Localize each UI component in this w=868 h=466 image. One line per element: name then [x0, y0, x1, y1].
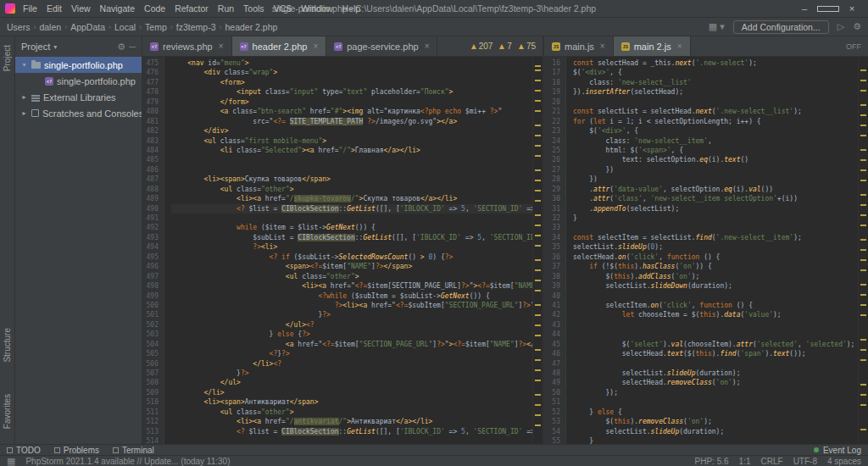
highlighting-off-badge[interactable]: OFF — [846, 42, 861, 51]
warning-mark[interactable] — [860, 339, 866, 341]
warning-mark[interactable] — [535, 269, 541, 271]
warning-mark[interactable] — [535, 100, 541, 102]
code-line[interactable]: </li> — [171, 388, 532, 397]
code-line[interactable]: .appendTo(selectList); — [573, 204, 858, 214]
line-number[interactable]: 26 — [548, 155, 560, 164]
line-number[interactable]: 507 — [146, 369, 159, 378]
warning-mark[interactable] — [535, 424, 541, 426]
line-number[interactable]: 49 — [548, 378, 560, 387]
gear-icon[interactable]: ⚙ — [117, 42, 125, 53]
code-line[interactable]: <?}?> — [171, 349, 532, 358]
line-number[interactable]: 500 — [146, 301, 159, 310]
code-line[interactable]: } else {?> — [171, 330, 532, 339]
hide-panel-icon[interactable]: ─ — [129, 42, 136, 52]
menu-window[interactable]: Window — [297, 3, 337, 14]
warning-mark[interactable] — [860, 359, 866, 361]
code-line[interactable] — [573, 97, 858, 107]
code-line[interactable]: selectHead.removeClass('on'); — [573, 378, 858, 387]
line-number[interactable]: 20 — [548, 97, 560, 107]
run-icon[interactable]: ▷ — [837, 21, 844, 32]
code-line[interactable]: <li><a href="/skupka-tovarov/">Скупка то… — [171, 194, 532, 203]
line-number[interactable]: 488 — [146, 185, 159, 194]
close-tab-icon[interactable]: × — [219, 42, 224, 51]
editor-tab-main-2.js[interactable]: JSmain 2.js× — [614, 36, 691, 56]
warning-mark[interactable] — [860, 384, 866, 386]
code-line[interactable]: <?while ($subItem = $subList->GetNext())… — [171, 291, 532, 301]
warning-mark[interactable] — [535, 214, 541, 216]
code-line[interactable]: ?><li><a href="<?=$subItem["SECTION_PAGE… — [171, 301, 532, 310]
code-line[interactable]: src="<?= SITE_TEMPLATE_PATH ?>/images/go… — [171, 117, 532, 126]
warning-mark[interactable] — [860, 125, 866, 126]
tool-window-button-todo[interactable]: TODO — [7, 446, 41, 455]
line-number[interactable]: 496 — [146, 262, 159, 271]
code-line[interactable]: <? $list = CIBlockSection::GetList([], [… — [171, 427, 532, 436]
line-number[interactable]: 37 — [548, 262, 560, 271]
warning-mark[interactable] — [535, 394, 541, 396]
line-number[interactable]: 33 — [548, 223, 560, 232]
code-line[interactable]: <li><a href="<?=$item[SECTION_PAGE_URL]?… — [171, 281, 532, 291]
code-line[interactable] — [171, 165, 532, 175]
line-number[interactable]: 42 — [548, 310, 560, 319]
tree-item[interactable]: ▸Scratches and Consoles — [15, 105, 142, 121]
maximize-icon[interactable] — [817, 3, 839, 14]
warning-mark[interactable] — [535, 325, 541, 326]
line-number[interactable]: 493 — [146, 233, 159, 242]
warning-mark[interactable] — [535, 190, 541, 191]
code-line[interactable]: $subList = CIBlockSection::GetList([], [… — [171, 233, 532, 242]
line-number[interactable]: 497 — [146, 272, 159, 281]
line-number[interactable]: 24 — [548, 136, 560, 146]
tool-window-switcher-icon[interactable]: ▦ — [7, 456, 15, 466]
line-number[interactable]: 489 — [146, 194, 159, 203]
code-line[interactable]: <? if ($subList->SelectedRowsCount() > 0… — [171, 252, 532, 262]
add-configuration-button[interactable]: Add Configuration... — [733, 20, 829, 34]
code-line[interactable] — [573, 291, 858, 301]
code-line[interactable]: } else { — [573, 408, 858, 417]
event-log-button[interactable]: Event Log — [814, 446, 861, 455]
close-tab-icon[interactable]: × — [313, 42, 318, 51]
line-number[interactable]: 504 — [146, 340, 159, 349]
warning-mark[interactable] — [535, 69, 541, 71]
chevron-right-icon[interactable]: ▸ — [20, 109, 28, 117]
line-number[interactable]: 490 — [146, 204, 159, 214]
warning-mark[interactable] — [860, 194, 866, 196]
code-line[interactable]: }?> — [171, 369, 532, 378]
warning-mark[interactable] — [860, 225, 866, 226]
warning-mark[interactable] — [535, 380, 541, 381]
line-number[interactable]: 22 — [548, 117, 560, 126]
warning-mark[interactable] — [860, 259, 866, 261]
warning-mark[interactable] — [860, 294, 866, 296]
line-number[interactable]: 503 — [146, 330, 159, 339]
warning-mark[interactable] — [860, 304, 866, 306]
breadcrumb-item[interactable]: header 2.php — [225, 22, 277, 32]
line-number[interactable]: 512 — [146, 417, 159, 426]
warning-mark[interactable] — [535, 155, 541, 157]
code-line[interactable] — [171, 214, 532, 223]
warning-mark[interactable] — [535, 235, 541, 236]
line-number[interactable]: 506 — [146, 359, 159, 369]
line-number[interactable]: 38 — [548, 272, 560, 281]
line-number[interactable]: 491 — [146, 214, 159, 223]
tool-window-button-terminal[interactable]: Terminal — [113, 446, 154, 455]
code-line[interactable]: $(this).removeClass('on'); — [573, 417, 858, 426]
line-number[interactable]: 514 — [146, 436, 159, 444]
warning-mark[interactable] — [535, 369, 541, 371]
line-number[interactable]: 509 — [146, 388, 159, 397]
warning-mark[interactable] — [535, 404, 541, 406]
line-number[interactable]: 478 — [146, 87, 159, 97]
menu-tools[interactable]: Tools — [239, 3, 269, 14]
code-line[interactable]: } — [573, 436, 858, 444]
code-line[interactable]: <input class="input" type="text" placeho… — [171, 87, 532, 97]
close-tab-icon[interactable]: × — [425, 42, 430, 51]
line-number[interactable]: 46 — [548, 349, 560, 358]
warning-mark[interactable] — [535, 125, 541, 126]
code-line[interactable]: while ($item = $list->GetNext()) { — [171, 223, 532, 232]
code-line[interactable]: }); — [573, 388, 858, 397]
line-number[interactable]: 479 — [146, 97, 159, 107]
code-editor[interactable]: const selectHead = _this.next('.new-sele… — [566, 57, 858, 444]
warning-mark[interactable] — [535, 290, 541, 291]
code-line[interactable]: </li><? — [171, 359, 532, 369]
breadcrumb-item[interactable]: AppData — [70, 22, 105, 32]
line-number[interactable]: 48 — [548, 369, 560, 378]
line-number[interactable]: 477 — [146, 78, 159, 87]
warning-mark[interactable] — [860, 169, 866, 171]
